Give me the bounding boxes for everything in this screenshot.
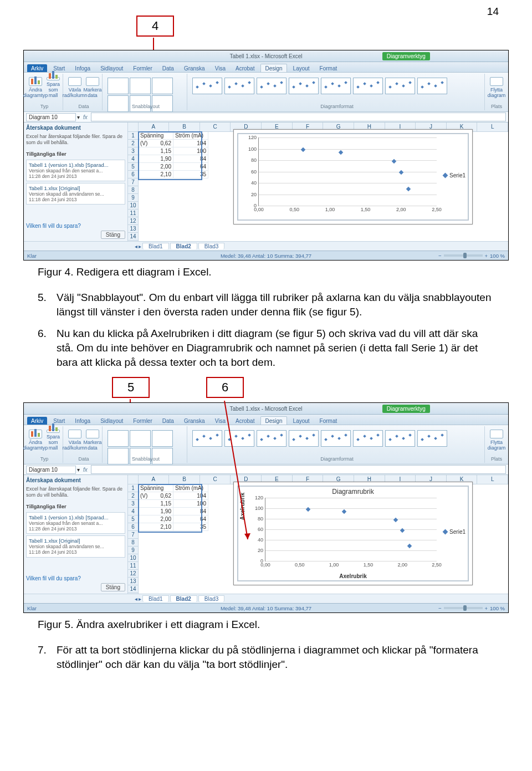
col-header[interactable]: A [139, 122, 170, 131]
worksheet-grid[interactable]: A B C D E F G H I J K L 1Spänning (V)Str… [128, 122, 508, 241]
cell[interactable]: 64 [173, 163, 208, 171]
chart-style-thumb[interactable] [289, 430, 319, 447]
chart-style-thumb[interactable] [353, 430, 383, 447]
tab-formler[interactable]: Formler [129, 64, 156, 72]
select-data-button[interactable]: Markera data [85, 430, 100, 451]
tab-acrobat[interactable]: Acrobat [232, 64, 258, 72]
which-file-link[interactable]: Vilken fil vill du spara? [26, 575, 125, 581]
chart-style-thumb[interactable] [192, 430, 222, 447]
save-as-template-button[interactable]: Spara som mall [46, 77, 60, 98]
sheet-tab[interactable]: Blad2 [170, 243, 197, 249]
quick-layout-thumb[interactable] [130, 78, 151, 94]
formula-input[interactable] [91, 113, 506, 121]
tab-data[interactable]: Data [158, 64, 178, 72]
cell[interactable]: 1,90 [139, 155, 173, 163]
embedded-chart[interactable]: 0204060801001200,000,501,001,502,002,50 … [233, 129, 473, 224]
save-as-template-button[interactable]: Spara som mall [46, 430, 60, 451]
tab-sidlayout[interactable]: Sidlayout [96, 417, 127, 425]
cell[interactable]: 100 [173, 147, 208, 155]
chart-style-thumb[interactable] [257, 430, 287, 447]
tab-formler[interactable]: Formler [129, 417, 156, 425]
change-chart-type-button[interactable]: Ändra diagramtyp [28, 430, 43, 451]
worksheet-grid[interactable]: A B C D E F G H I J K L 1Spänning (V)Str… [128, 475, 508, 594]
tab-infoga[interactable]: Infoga [71, 417, 94, 425]
cell[interactable]: 35 [173, 171, 208, 178]
chart-plot-area[interactable]: 0204060801001200,000,501,001,502,002,50 [258, 137, 437, 206]
name-box[interactable]: Diagram 10 [26, 113, 76, 121]
chart-style-thumb[interactable] [353, 78, 383, 94]
tab-data[interactable]: Data [158, 417, 178, 425]
chart-title[interactable]: Diagramrubrik [238, 488, 468, 496]
chart-style-thumb[interactable] [224, 430, 254, 447]
tab-visa[interactable]: Visa [211, 417, 229, 425]
tab-design[interactable]: Design [260, 64, 287, 72]
chart-style-thumb[interactable] [321, 430, 351, 447]
cell[interactable]: 0,62 [139, 140, 173, 147]
col-header[interactable]: B [169, 122, 200, 131]
caption-fig4: Figur 4. Redigera ett diagram i Excel. [38, 266, 494, 278]
tab-design[interactable]: Design [260, 416, 287, 425]
quick-layout-thumb[interactable] [152, 78, 173, 94]
col-header[interactable]: L [477, 122, 508, 131]
recovered-file-item[interactable]: Tabell 1 (version 1).xlsb [Sparad... Ver… [26, 160, 125, 181]
switch-row-col-button[interactable]: Växla rad/kolumn [68, 77, 82, 98]
tab-sidlayout[interactable]: Sidlayout [96, 64, 127, 72]
tab-layout[interactable]: Layout [289, 417, 314, 425]
formula-input[interactable] [91, 465, 506, 474]
group-diagramformat: Diagramformat [192, 103, 482, 109]
tab-format[interactable]: Format [316, 64, 341, 72]
close-pane-button[interactable]: Stäng [101, 231, 125, 239]
move-chart-button[interactable]: Flytta diagram [489, 430, 504, 451]
tab-layout[interactable]: Layout [289, 64, 314, 72]
move-chart-button[interactable]: Flytta diagram [489, 77, 504, 98]
close-pane-button[interactable]: Stäng [101, 583, 125, 591]
chart-style-thumb[interactable] [385, 430, 415, 447]
chart-style-thumb[interactable] [257, 78, 287, 94]
switch-row-col-button[interactable]: Växla rad/kolumn [68, 430, 82, 451]
recovered-file-item[interactable]: Tabell 1.xlsx [Original] Version skapad … [26, 535, 125, 557]
sheet-tab[interactable]: Blad3 [198, 243, 225, 249]
quick-layout-thumb[interactable] [152, 430, 173, 447]
tab-granska[interactable]: Granska [180, 64, 209, 72]
chart-style-thumb[interactable] [224, 78, 254, 94]
chart-legend[interactable]: Serie1 [443, 529, 466, 535]
cell[interactable]: 104 [173, 140, 208, 147]
chart-style-thumb[interactable] [417, 78, 447, 94]
tab-infoga[interactable]: Infoga [71, 64, 94, 72]
chart-style-thumb[interactable] [289, 78, 319, 94]
select-data-button[interactable]: Markera data [85, 77, 100, 98]
chart-style-thumb[interactable] [192, 78, 222, 94]
name-box[interactable]: Diagram 10 [26, 466, 76, 474]
cell[interactable]: Ström (mA) [173, 132, 208, 140]
recovered-file-item[interactable]: Tabell 1 (version 1).xlsb [Sparad... Ver… [26, 512, 125, 534]
sheet-tab[interactable]: Blad1 [142, 243, 169, 249]
col-header[interactable]: C [200, 122, 231, 131]
cell[interactable]: 2,10 [139, 171, 173, 178]
recovered-file-item[interactable]: Tabell 1.xlsx [Original] Version skapad … [26, 183, 125, 205]
tab-arkiv[interactable]: Arkiv [27, 417, 47, 425]
tab-visa[interactable]: Visa [211, 64, 229, 72]
cell[interactable]: 2,00 [139, 163, 173, 171]
tab-acrobat[interactable]: Acrobat [232, 417, 258, 425]
cell[interactable]: Spänning (V) [139, 132, 173, 140]
cell[interactable]: 84 [173, 155, 208, 163]
zoom-control[interactable]: −+100 % [438, 253, 505, 259]
chart-style-thumb[interactable] [417, 430, 447, 447]
embedded-chart[interactable]: Diagramrubrik Axelrubrik 020406080100120… [233, 482, 473, 585]
quick-layout-thumb[interactable] [130, 430, 151, 447]
chart-plot-area[interactable]: 0204060801001200,000,501,001,502,002,50 [265, 498, 437, 561]
tab-granska[interactable]: Granska [180, 417, 209, 425]
chart-style-thumb[interactable] [385, 78, 415, 94]
zoom-control[interactable]: −+100 % [438, 605, 505, 611]
tab-arkiv[interactable]: Arkiv [27, 64, 47, 72]
quick-layout-thumb[interactable] [108, 430, 129, 447]
change-chart-type-button[interactable]: Ändra diagramtyp [28, 77, 43, 98]
y-axis-title[interactable]: Axelrubrik [239, 493, 245, 520]
chart-style-thumb[interactable] [321, 78, 351, 94]
tab-format[interactable]: Format [316, 417, 341, 425]
quick-layout-thumb[interactable] [108, 78, 129, 94]
x-axis-title[interactable]: Axelrubrik [238, 573, 468, 579]
which-file-link[interactable]: Vilken fil vill du spara? [26, 223, 125, 229]
cell[interactable]: 1,15 [139, 147, 173, 155]
chart-legend[interactable]: Serie1 [443, 172, 466, 178]
